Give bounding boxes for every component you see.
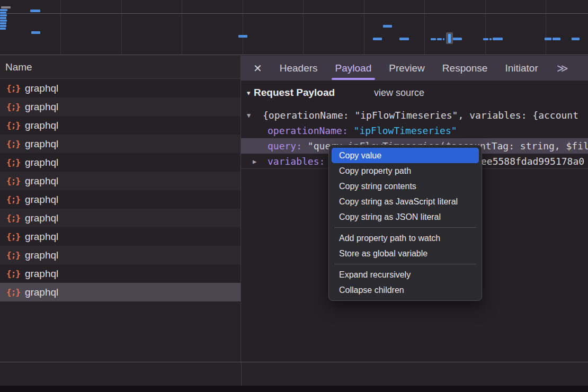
timeline-request-bar: [453, 38, 462, 40]
json-key: query:: [268, 140, 302, 152]
json-key: variables:: [268, 154, 325, 169]
menu-item-copy-string-contents[interactable]: Copy string contents: [329, 179, 482, 194]
close-icon[interactable]: ✕: [253, 63, 262, 74]
timeline-request-bar: [437, 38, 442, 40]
request-row[interactable]: {;}graphql: [0, 190, 240, 209]
json-request-icon: {;}: [6, 139, 20, 149]
tab-response[interactable]: Response: [442, 56, 488, 81]
timeline-request-bar: [31, 31, 40, 34]
network-overview-timeline[interactable]: [0, 0, 588, 55]
timeline-gridline: [121, 0, 122, 55]
request-row[interactable]: {;}graphql: [0, 79, 240, 97]
menu-item-store-as-global-variable[interactable]: Store as global variable: [329, 246, 482, 261]
summary-footer: [0, 362, 588, 386]
section-title: Request Payload: [254, 87, 335, 99]
request-row[interactable]: {;}graphql: [0, 116, 240, 135]
variables-preview-tail: ee5588fdad995178a0: [481, 154, 584, 169]
expand-arrow-icon[interactable]: ▼: [247, 108, 251, 123]
request-name: graphql: [25, 212, 58, 224]
timeline-gridline: [243, 0, 243, 55]
request-name: graphql: [25, 194, 58, 206]
column-header-name[interactable]: Name: [0, 56, 240, 79]
tab-overflow-icon[interactable]: ≫: [557, 62, 568, 75]
menu-item-copy-value[interactable]: Copy value: [332, 148, 479, 163]
request-row[interactable]: {;}graphql: [0, 135, 240, 153]
timeline-gridline: [0, 13, 588, 14]
json-request-icon: {;}: [6, 157, 20, 167]
json-request-icon: {;}: [6, 269, 20, 279]
request-payload-section-header[interactable]: ▾ Request Payload view source: [241, 86, 588, 102]
timeline-gridline: [485, 0, 486, 55]
request-list: {;}graphql{;}graphql{;}graphql{;}graphql…: [0, 79, 240, 301]
timeline-request-bar: [0, 14, 7, 16]
timeline-gridline: [60, 0, 61, 55]
timeline-request-bar: [0, 17, 6, 19]
menu-item-add-property-path-to-watch[interactable]: Add property path to watch: [329, 230, 482, 246]
json-string-value: "ipFlowTimeseries": [354, 125, 457, 136]
timeline-request-bar: [1, 6, 11, 8]
timeline-request-bar: [0, 20, 7, 22]
timeline-request-bar: [572, 38, 580, 40]
timeline-request-bar: [373, 38, 382, 40]
json-request-icon: {;}: [6, 102, 20, 112]
request-name: graphql: [25, 83, 58, 94]
request-name: graphql: [25, 101, 58, 113]
request-row[interactable]: {;}graphql: [0, 264, 240, 283]
timeline-request-bar: [493, 38, 503, 40]
request-row[interactable]: {;}graphql: [0, 209, 240, 227]
request-row[interactable]: {;}graphql: [0, 172, 240, 190]
expand-arrow-icon[interactable]: ▶: [253, 154, 256, 169]
json-request-icon: {;}: [6, 194, 20, 204]
json-request-icon: {;}: [6, 120, 20, 130]
request-name: graphql: [25, 138, 58, 150]
tab-initiator[interactable]: Initiator: [505, 56, 538, 81]
tab-preview[interactable]: Preview: [389, 56, 425, 81]
tree-row-operation-name[interactable]: operationName: "ipFlowTimeseries": [241, 123, 588, 138]
timeline-request-bar: [0, 9, 7, 11]
request-name: graphql: [25, 157, 58, 168]
menu-item-copy-string-as-javascript-literal[interactable]: Copy string as JavaScript literal: [329, 194, 482, 209]
timeline-request-bar: [30, 10, 40, 12]
timeline-gridline: [546, 0, 546, 55]
menu-item-copy-string-as-json-literal[interactable]: Copy string as JSON literal: [329, 209, 482, 225]
tab-payload[interactable]: Payload: [335, 56, 372, 81]
tab-headers[interactable]: Headers: [280, 56, 318, 81]
timeline-request-bar: [483, 38, 488, 40]
request-name: graphql: [25, 287, 58, 298]
view-source-link[interactable]: view source: [374, 87, 424, 99]
request-row[interactable]: {;}graphql: [0, 246, 240, 264]
request-name: graphql: [25, 120, 58, 131]
tree-root-row[interactable]: ▼ {operationName: "ipFlowTimeseries", va…: [241, 108, 588, 123]
request-row[interactable]: {;}graphql: [0, 97, 240, 116]
request-row[interactable]: {;}graphql: [0, 227, 240, 246]
json-request-icon: {;}: [6, 250, 20, 260]
context-menu: Copy valueCopy property pathCopy string …: [328, 145, 482, 301]
timeline-request-bar: [399, 38, 409, 40]
timeline-hover-marker-bar: [448, 34, 451, 43]
requests-pane: Name {;}graphql{;}graphql{;}graphql{;}gr…: [0, 56, 241, 362]
request-name: graphql: [25, 175, 58, 187]
timeline-gridline: [424, 0, 425, 55]
menu-divider: [334, 264, 476, 264]
timeline-request-bar: [0, 28, 6, 30]
menu-item-collapse-children[interactable]: Collapse children: [329, 282, 482, 298]
timeline-request-bar: [431, 38, 436, 40]
timeline-request-bar: [238, 35, 247, 38]
timeline-request-bar: [545, 38, 551, 40]
request-row[interactable]: {;}graphql: [0, 283, 240, 301]
menu-item-expand-recursively[interactable]: Expand recursively: [329, 267, 482, 282]
menu-divider: [334, 227, 476, 228]
menu-item-copy-property-path[interactable]: Copy property path: [329, 163, 482, 179]
root-preview-text: {operationName: "ipFlowTimeseries", vari…: [263, 108, 578, 123]
request-name: graphql: [25, 250, 58, 261]
window-bottom-edge: [0, 386, 588, 392]
json-request-icon: {;}: [6, 287, 20, 297]
column-header-label: Name: [5, 61, 32, 73]
json-request-icon: {;}: [6, 231, 20, 242]
timeline-request-bar: [443, 38, 444, 40]
timeline-gridline: [364, 0, 364, 55]
devtools-network-panel: Name {;}graphql{;}graphql{;}graphql{;}gr…: [0, 0, 588, 392]
request-row[interactable]: {;}graphql: [0, 153, 240, 172]
json-request-icon: {;}: [6, 176, 20, 186]
timeline-request-bar: [0, 25, 6, 27]
